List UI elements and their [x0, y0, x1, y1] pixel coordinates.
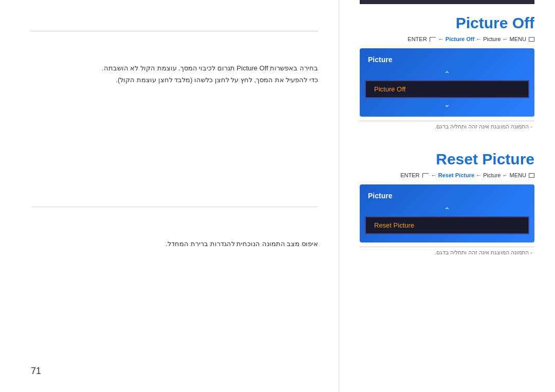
menu-box-title-1: Picture [360, 52, 534, 68]
menu-item-reset-picture[interactable]: Reset Picture [365, 216, 529, 234]
menu-icon [529, 37, 534, 42]
right-section-picture-off: Picture Off ENTER ← Picture Off ← Pictur… [360, 14, 534, 130]
reset-picture-line1: איפוס מצב התמונה הנוכחית להגדרות ברירת ה… [31, 238, 318, 250]
reset-picture-title: Reset Picture [360, 151, 534, 168]
right-separator-1 [360, 121, 534, 121]
breadcrumb-arrow1: ← [438, 36, 446, 42]
chevron-up-icon-1: ⌃ [360, 70, 534, 78]
breadcrumb-item2-2: Picture [483, 172, 501, 178]
page-container: בחירה באפשרות Picture Off תגרום לכיבוי ה… [0, 0, 555, 392]
breadcrumb-arrow3: ← [502, 36, 509, 42]
breadcrumb-arrow2-2: ← [476, 172, 483, 178]
top-rule-left [31, 31, 318, 31]
breadcrumb-arrow1-2: ← [431, 172, 438, 178]
breadcrumb-item1: Picture Off [446, 36, 474, 42]
breadcrumb-item2: Picture [483, 36, 501, 42]
middle-divider [31, 207, 318, 207]
top-bar-right [360, 0, 534, 4]
section-reset-picture: איפוס מצב התמונה הנוכחית להגדרות ברירת ה… [31, 217, 318, 372]
picture-off-line1: בחירה באפשרות Picture Off תגרום לכיבוי ה… [31, 62, 318, 74]
chevron-down-icon-1: ⌄ [360, 100, 534, 108]
breadcrumb-menu: MENU [510, 36, 526, 42]
reset-picture-description: איפוס מצב התמונה הנוכחית להגדרות ברירת ה… [31, 238, 318, 250]
section-picture-off: בחירה באפשרות Picture Off תגרום לכיבוי ה… [31, 52, 318, 196]
picture-off-menu-box: Picture ⌃ Picture Off ⌄ [360, 48, 534, 117]
page-number: 71 [31, 366, 41, 377]
enter-icon-2 [422, 173, 429, 178]
right-panel: Picture Off ENTER ← Picture Off ← Pictur… [339, 0, 555, 392]
reset-picture-menu-box: Picture ⌃ Reset Picture [360, 184, 534, 242]
menu-icon-2 [529, 173, 534, 178]
breadcrumb-enter-label-2: ENTER [400, 172, 419, 178]
picture-off-title: Picture Off [360, 14, 534, 32]
menu-item-picture-off[interactable]: Picture Off [365, 80, 529, 98]
picture-off-line2: כדי להפעיל את המסך, לחץ על לחצן כלשהו (מ… [31, 74, 318, 86]
breadcrumb-item1-2: Reset Picture [438, 172, 474, 178]
right-section-reset-picture: Reset Picture ENTER ← Reset Picture ← Pi… [360, 151, 534, 256]
breadcrumb-enter-label: ENTER [408, 36, 427, 42]
picture-off-description: בחירה באפשרות Picture Off תגרום לכיבוי ה… [31, 62, 318, 86]
enter-icon [430, 37, 436, 42]
left-panel: בחירה באפשרות Picture Off תגרום לכיבוי ה… [0, 0, 339, 392]
footnote-2: התמונה המוצגת אינה זהה ותחליה בדגם. [360, 249, 534, 256]
picture-off-breadcrumb: ENTER ← Picture Off ← Picture ← MENU [360, 36, 534, 42]
reset-picture-breadcrumb: ENTER ← Reset Picture ← Picture ← MENU [360, 172, 534, 178]
breadcrumb-arrow3-2: ← [502, 172, 509, 178]
menu-box-title-2: Picture [360, 189, 534, 204]
right-separator-2 [360, 247, 534, 247]
right-section-spacer [360, 130, 534, 151]
chevron-up-icon-2: ⌃ [360, 206, 534, 214]
breadcrumb-arrow2: ← [476, 36, 483, 42]
footnote-1: התמונה המוצגת אינה זהה ותחליה בדגם. [360, 123, 534, 130]
breadcrumb-menu-2: MENU [510, 172, 526, 178]
